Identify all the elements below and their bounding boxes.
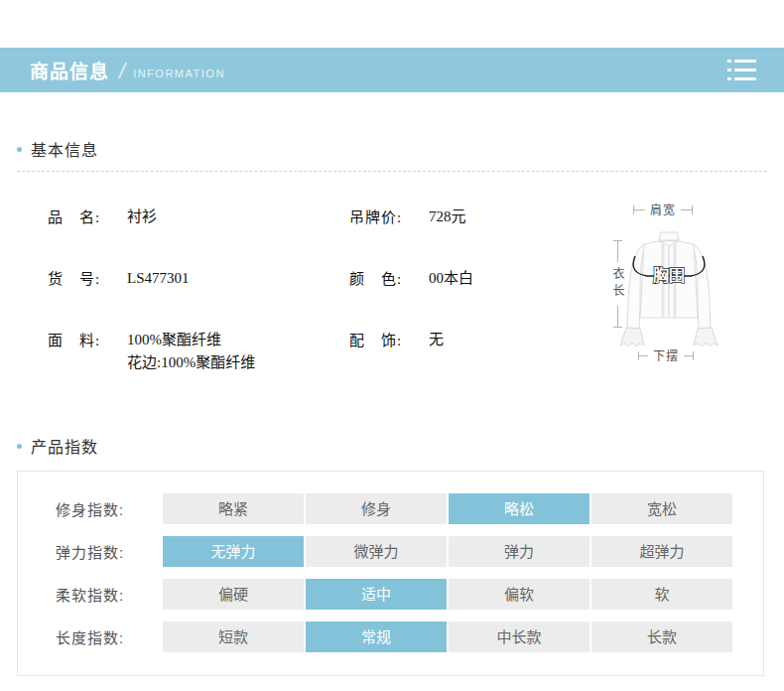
- elasticity-index-label: 弹力指数:: [56, 541, 163, 562]
- softness-option: 偏硬: [163, 579, 304, 610]
- fit-option: 修身: [306, 493, 447, 524]
- field-color: 颜 色: 00本白: [349, 267, 473, 290]
- color-value: 00本白: [429, 267, 473, 290]
- length-option: 常规: [306, 622, 447, 652]
- accessory-value: 无: [429, 329, 444, 351]
- product-info-page: 商品信息 / INFORMATION 基本信息 品 名: 衬衫 吊牌价: 728…: [0, 0, 784, 691]
- elasticity-option: 超弹力: [591, 536, 732, 567]
- fit-option: 略松: [449, 493, 589, 524]
- softness-option: 适中: [306, 579, 447, 610]
- fit-option: 略紧: [163, 493, 304, 524]
- hem-label: 下摆: [653, 346, 679, 364]
- product-index-title: 产品指数: [31, 434, 98, 458]
- page-title: 商品信息: [30, 57, 109, 83]
- index-row-softness: 柔软指数: 偏硬 适中 偏软 软: [18, 579, 763, 610]
- fabric-value-line1: 100%聚酯纤维: [127, 329, 255, 351]
- basic-info-title: 基本信息: [31, 137, 98, 161]
- product-index-section-header: 产品指数: [17, 434, 98, 458]
- hem-measure: 下摆: [638, 347, 694, 363]
- fit-option: 宽松: [591, 493, 732, 524]
- section-divider: [17, 171, 767, 172]
- tag-price-label: 吊牌价:: [349, 206, 429, 226]
- index-row-fit: 修身指数: 略紧 修身 略松 宽松: [18, 493, 763, 524]
- product-name-value: 衬衫: [127, 206, 157, 228]
- index-row-elasticity: 弹力指数: 无弹力 微弹力 弹力 超弹力: [18, 536, 763, 567]
- measurement-diagram: 肩宽 衣长 胸围: [603, 191, 782, 377]
- bullet-dot-icon: [17, 444, 22, 449]
- fabric-value-line2: 花边:100%聚酯纤维: [127, 351, 255, 374]
- field-accessory: 配 饰: 无: [349, 329, 444, 351]
- header-bar: 商品信息 / INFORMATION: [0, 48, 784, 92]
- elasticity-option: 无弹力: [163, 536, 304, 567]
- length-option: 中长款: [449, 622, 589, 652]
- elasticity-option: 弹力: [449, 536, 589, 567]
- basic-info-grid: 品 名: 衬衫 吊牌价: 728元 货 号: LS477301 颜 色: 00本…: [48, 197, 588, 420]
- accessory-label: 配 饰:: [349, 329, 429, 349]
- softness-index-label: 柔软指数:: [56, 584, 163, 605]
- shoulder-width-label: 肩宽: [650, 201, 676, 218]
- product-name-label: 品 名:: [48, 206, 127, 226]
- field-product-name: 品 名: 衬衫: [48, 206, 157, 228]
- length-option: 短款: [163, 622, 304, 652]
- shirt-image: 胸围: [619, 228, 719, 352]
- index-row-length: 长度指数: 短款 常规 中长款 长款: [18, 622, 763, 652]
- shoulder-measure: 肩宽: [633, 202, 693, 217]
- fit-index-label: 修身指数:: [56, 498, 163, 519]
- item-number-label: 货 号:: [48, 267, 127, 288]
- bullet-dot-icon: [17, 147, 22, 152]
- menu-list-icon[interactable]: [727, 60, 756, 80]
- bust-label: 胸围: [653, 266, 685, 284]
- fabric-label: 面 料:: [48, 329, 127, 349]
- length-option: 长款: [591, 622, 732, 652]
- basic-info-section-header: 基本信息: [17, 137, 98, 161]
- fabric-value: 100%聚酯纤维 花边:100%聚酯纤维: [127, 329, 255, 375]
- softness-option: 偏软: [449, 579, 589, 610]
- field-item-number: 货 号: LS477301: [48, 267, 190, 290]
- product-index-table: 修身指数: 略紧 修身 略松 宽松 弹力指数: 无弹力 微弹力 弹力 超弹力 柔…: [17, 471, 764, 676]
- length-index-label: 长度指数:: [56, 626, 163, 647]
- field-tag-price: 吊牌价: 728元: [349, 206, 466, 228]
- title-separator: /: [119, 59, 125, 84]
- page-subtitle: INFORMATION: [133, 68, 225, 79]
- elasticity-option: 微弹力: [306, 536, 447, 567]
- softness-option: 软: [591, 579, 732, 610]
- color-label: 颜 色:: [349, 267, 429, 288]
- item-number-value: LS477301: [127, 267, 190, 290]
- field-fabric: 面 料: 100%聚酯纤维 花边:100%聚酯纤维: [48, 329, 255, 375]
- tag-price-value: 728元: [429, 206, 466, 228]
